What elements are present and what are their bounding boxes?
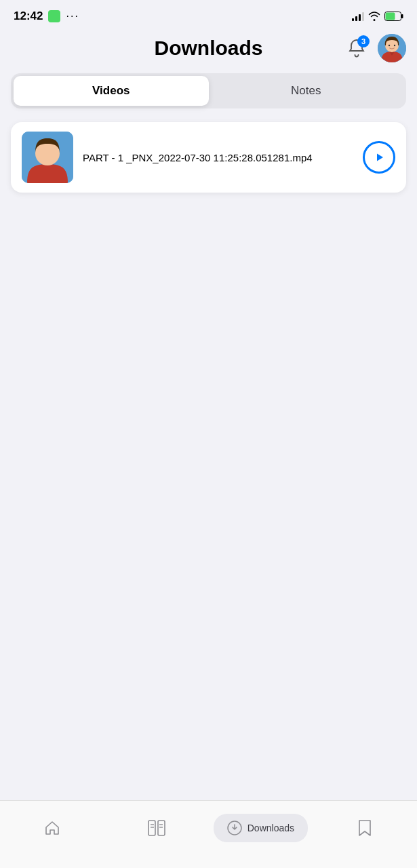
dots-menu: ··· xyxy=(66,10,79,22)
tab-videos[interactable]: Videos xyxy=(14,76,209,106)
video-title: PART - 1 _PNX_2022-07-30 11:25:28.051281… xyxy=(83,152,313,163)
svg-point-6 xyxy=(394,45,395,46)
video-card[interactable]: PART - 1 _PNX_2022-07-30 11:25:28.051281… xyxy=(11,122,406,193)
video-info: PART - 1 _PNX_2022-07-30 11:25:28.051281… xyxy=(83,151,353,165)
nav-library[interactable] xyxy=(104,819,209,837)
status-bar: 12:42 ··· xyxy=(0,0,417,30)
tab-switcher: Videos Notes xyxy=(11,73,406,108)
downloads-nav-label: Downloads xyxy=(247,823,294,833)
page-header: Downloads 3 xyxy=(0,30,417,66)
svg-rect-9 xyxy=(148,821,155,835)
svg-rect-10 xyxy=(158,821,165,835)
tab-notes[interactable]: Notes xyxy=(209,76,404,106)
avatar-image xyxy=(378,34,406,62)
svg-rect-1 xyxy=(401,14,403,18)
status-time: 12:42 xyxy=(14,9,43,23)
battery-icon xyxy=(384,12,403,21)
notification-button[interactable]: 3 xyxy=(342,34,371,62)
video-thumbnail xyxy=(22,132,73,183)
app-icon xyxy=(48,10,60,22)
header-actions: 3 xyxy=(342,34,406,62)
nav-bookmark[interactable] xyxy=(313,819,417,837)
nav-home[interactable] xyxy=(0,819,104,837)
notification-badge: 3 xyxy=(357,35,370,47)
svg-point-5 xyxy=(389,45,390,46)
nav-downloads[interactable]: Downloads xyxy=(209,814,313,842)
thumbnail-image xyxy=(22,132,73,183)
home-icon xyxy=(43,819,61,837)
user-avatar[interactable] xyxy=(378,34,406,62)
bottom-nav: Downloads xyxy=(0,800,417,868)
page-title: Downloads xyxy=(154,37,262,60)
status-icons xyxy=(352,12,403,21)
downloads-pill: Downloads xyxy=(214,814,308,842)
download-icon xyxy=(227,821,242,835)
play-icon xyxy=(373,151,385,163)
content-area: PART - 1 _PNX_2022-07-30 11:25:28.051281… xyxy=(0,108,417,206)
book-icon xyxy=(147,819,166,837)
play-button[interactable] xyxy=(363,141,395,174)
signal-icon xyxy=(352,12,364,21)
wifi-icon xyxy=(368,12,380,21)
bookmark-icon xyxy=(357,819,372,837)
svg-rect-2 xyxy=(386,13,395,20)
